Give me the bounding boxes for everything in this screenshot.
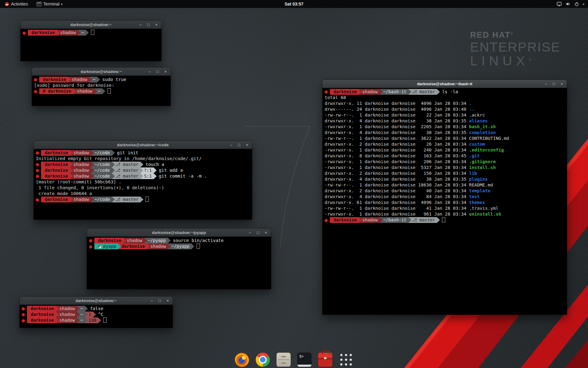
app-menu-label: Terminal — [43, 2, 59, 6]
maximize-button[interactable]: □ — [156, 70, 160, 74]
clock[interactable]: Sat 03:57 — [285, 2, 303, 6]
command-text: ^C — [98, 312, 103, 317]
prompt-segment-host: shadow — [70, 162, 94, 167]
filename: .gitignore — [469, 159, 496, 164]
ls-meta: -rw-rw-r--. 1 darknoise darknoise 3622 J… — [325, 136, 469, 141]
terminal-cursor — [197, 243, 200, 249]
command-text: false — [90, 306, 104, 311]
system-tray[interactable]: ▾ — [557, 2, 584, 6]
close-button[interactable]: × — [166, 299, 170, 303]
terminal-dock-icon[interactable]: $> — [297, 353, 311, 367]
titlebar[interactable]: darknoise@shadow:~/bash-it –□× — [322, 80, 567, 88]
close-button[interactable]: × — [164, 70, 168, 74]
prompt-segment-venv: pyapp — [94, 243, 121, 249]
maximize-button[interactable]: □ — [237, 143, 241, 147]
prompt-line: # darknoiseshadow~ — [33, 88, 169, 94]
toolbox-dock-icon[interactable] — [318, 353, 332, 367]
close-button[interactable]: × — [245, 143, 249, 147]
ls-meta: -rwxrwxr-x. 1 darknoise darknoise 206 Ja… — [325, 159, 469, 164]
maximize-button[interactable]: □ — [146, 23, 150, 27]
ls-meta: drwx------. 24 darknoise darknoise 4096 … — [325, 107, 469, 112]
volume-icon[interactable] — [566, 2, 571, 6]
chrome-dock-icon[interactable] — [256, 353, 270, 367]
power-icon[interactable] — [575, 2, 579, 6]
prompt-segment-git: ⎇ master — [408, 217, 440, 223]
prompt-segment-user: darknoise — [28, 30, 60, 36]
terminal-output[interactable]: darknoiseshadow~falsedarknoiseshadow~1^C… — [20, 305, 173, 328]
activities-button[interactable]: Activities — [3, 0, 30, 8]
minimize-button[interactable]: – — [544, 82, 548, 86]
app-grid-dock-icon[interactable] — [339, 353, 353, 367]
titlebar[interactable]: darknoise@shadow:~/pyapp –□× — [87, 228, 271, 237]
ls-meta: drwxrwxr-x. 61 darknoise darknoise 4096 … — [325, 200, 469, 205]
prompt-segment-user: darknoise — [330, 89, 362, 95]
maximize-button[interactable]: □ — [256, 231, 260, 235]
activities-label: Activities — [11, 2, 28, 6]
minimize-button[interactable]: – — [248, 231, 252, 235]
prompt-segment-host: shadow — [56, 317, 80, 323]
minimize-button[interactable]: – — [150, 299, 154, 303]
terminal-cursor — [107, 88, 111, 94]
terminal-output[interactable]: darknoiseshadow~/bash-it⎇ masterls -lato… — [322, 88, 567, 315]
terminal-window-sudo[interactable]: darknoise@shadow:~ –□× darknoiseshadow~s… — [32, 67, 171, 106]
ls-meta: drwxrwxr-x. 8 darknoise darknoise 163 Ja… — [325, 153, 469, 158]
ls-line: drwxrwxr-x. 4 darknoise darknoise 38 Jan… — [324, 176, 565, 182]
terminal-window-pyapp[interactable]: darknoise@shadow:~/pyapp –□× darknoisesh… — [87, 228, 271, 289]
ls-meta: -rw-rw-r--. 1 darknoise darknoise 41 Jan… — [325, 206, 469, 211]
filename: custom — [469, 142, 485, 147]
terminal-output[interactable]: darknoiseshadow~/codegit initInitialized… — [34, 149, 252, 220]
titlebar[interactable]: darknoise@shadow:~ –□× — [21, 21, 161, 29]
prompt-line: darknoiseshadow~/bash-it⎇ master — [324, 217, 565, 223]
terminal-window-code[interactable]: darknoise@shadow:~/code –□× darknoisesha… — [34, 141, 252, 220]
terminal-output[interactable]: darknoiseshadow~/pyappsource bin/activat… — [87, 237, 271, 289]
prompt-segment-host: shadow — [70, 197, 94, 202]
close-button[interactable]: × — [264, 231, 268, 235]
minimize-button[interactable]: – — [229, 143, 233, 147]
titlebar[interactable]: darknoise@shadow:~ –□× — [20, 297, 173, 305]
prompt-segment-git: ⎇ master — [112, 197, 143, 202]
terminal-app-icon — [36, 2, 42, 6]
maximize-button[interactable]: □ — [552, 82, 556, 86]
minimize-button[interactable]: – — [138, 23, 142, 27]
ls-line: -rw-rw-r--. 1 darknoise darknoise 3622 J… — [324, 136, 565, 141]
app-menu-terminal[interactable]: Terminal ▾ — [35, 0, 64, 8]
terminal-output[interactable]: darknoiseshadow~sudo true[sudo] password… — [32, 76, 171, 106]
files-dock-icon[interactable] — [277, 353, 291, 367]
terminal-window-home-1[interactable]: darknoise@shadow:~ –□× darknoiseshadow~ — [21, 21, 161, 61]
chevron-down-icon[interactable]: ▾ — [583, 2, 584, 6]
titlebar[interactable]: darknoise@shadow:~ –□× — [32, 67, 171, 76]
filename: plugins — [469, 177, 488, 182]
filename: themes — [469, 200, 485, 205]
display-icon[interactable] — [557, 2, 562, 6]
ls-line: drwxrwxr-x. 11 darknoise darknoise 4096 … — [324, 101, 565, 106]
terminal-output[interactable]: darknoiseshadow~ — [21, 29, 161, 61]
ls-meta: drwxrwxr-x. 2 darknoise darknoise 150 Ja… — [325, 171, 469, 176]
filename: .editorconfig — [469, 148, 504, 152]
command-text: sudo true — [102, 77, 126, 82]
prompt-segment-host: shadow — [68, 77, 92, 82]
window-title: darknoise@shadow:~ — [70, 22, 111, 27]
prompt-line: darknoiseshadow~ — [22, 30, 160, 36]
prompt-segment-user: darknoise — [41, 150, 73, 156]
maximize-button[interactable]: □ — [158, 299, 162, 303]
minimize-button[interactable]: – — [148, 70, 152, 74]
close-button[interactable]: × — [560, 82, 564, 86]
close-button[interactable]: × — [154, 23, 158, 27]
prompt-segment-user: darknoise — [94, 238, 126, 243]
prompt-segment-git: ⎇ master — [112, 162, 143, 167]
firefox-dock-icon[interactable] — [235, 353, 249, 367]
output-line: create mode 100644 a — [35, 191, 251, 197]
redhat-icon — [325, 90, 328, 94]
top-bar: Activities Terminal ▾ Sat 03:57 ▾ — [0, 0, 588, 8]
prompt-line: darknoiseshadow~/code⎇ master — [35, 197, 251, 202]
prompt-line: darknoiseshadow~/code⎇ master?:1git add … — [35, 167, 251, 173]
redhat-icon — [36, 163, 39, 166]
redhat-icon — [36, 198, 39, 201]
terminal-window-home-2[interactable]: darknoise@shadow:~ –□× darknoiseshadow~f… — [20, 297, 173, 328]
terminal-window-bash-it[interactable]: darknoise@shadow:~/bash-it –□× darknoise… — [322, 80, 567, 315]
window-title: darknoise@shadow:~/bash-it — [417, 82, 473, 86]
window-title: darknoise@shadow:~/pyapp — [152, 230, 206, 235]
filename: completion — [469, 130, 496, 135]
titlebar[interactable]: darknoise@shadow:~/code –□× — [34, 141, 252, 149]
prompt-segment-path: ~/bash-it — [379, 217, 411, 223]
